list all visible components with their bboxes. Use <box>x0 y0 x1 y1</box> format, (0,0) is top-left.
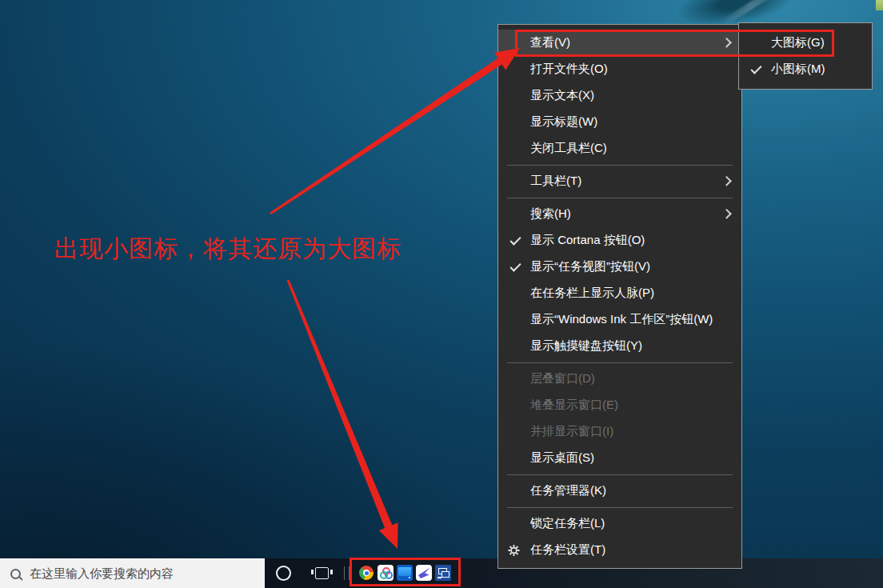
context-menu-item-label: 显示“任务视图”按钮(V) <box>530 259 650 274</box>
context-menu-item-label: 显示桌面(S) <box>530 450 594 466</box>
view-submenu-item-label: 小图标(M) <box>771 62 825 77</box>
context-menu-item-label: 锁定任务栏(L) <box>530 516 605 531</box>
context-menu-item-label: 堆叠显示窗口(E) <box>530 398 618 413</box>
context-menu-item-stacked-windows: 堆叠显示窗口(E) <box>498 392 741 418</box>
toolbar-grip[interactable] <box>344 566 350 580</box>
context-menu-item-label: 任务栏设置(T) <box>530 542 605 558</box>
check-icon <box>750 62 761 74</box>
search-placeholder: 在这里输入你要搜索的内容 <box>30 566 174 582</box>
context-menu-item-label: 并排显示窗口(I) <box>530 424 613 439</box>
context-menu-item-show-task-view-button[interactable]: 显示“任务视图”按钮(V) <box>498 254 741 280</box>
menu-separator <box>507 507 733 508</box>
highlight-box-tray-icons <box>350 558 461 586</box>
context-menu-item-label: 在任务栏上显示人脉(P) <box>530 286 654 301</box>
task-view-icon[interactable] <box>315 567 329 579</box>
taskbar-context-menu: 查看(V)打开文件夹(O)显示文本(X)显示标题(W)关闭工具栏(C)工具栏(T… <box>497 24 742 569</box>
context-menu-item-lock-taskbar[interactable]: 锁定任务栏(L) <box>498 510 741 537</box>
annotation-note: 出现小图标，将其还原为大图标 <box>54 233 402 266</box>
cortana-icon[interactable] <box>276 566 291 581</box>
context-menu-item-label: 显示标题(W) <box>530 114 597 130</box>
view-submenu-item-small-icons[interactable]: 小图标(M) <box>739 56 872 82</box>
wallpaper-corner-highlight <box>876 0 883 10</box>
context-menu-item-open-folder[interactable]: 打开文件夹(O) <box>498 56 741 82</box>
context-menu-item-show-windows-ink[interactable]: 显示“Windows Ink 工作区”按钮(W) <box>498 306 741 333</box>
context-menu-item-show-cortana-button[interactable]: 显示 Cortana 按钮(O) <box>498 227 741 254</box>
submenu-arrow-icon <box>721 208 732 218</box>
menu-separator <box>507 198 733 198</box>
context-menu-item-label: 工具栏(T) <box>530 174 581 189</box>
context-menu-item-label: 任务管理器(K) <box>530 483 606 498</box>
context-menu-item-side-by-side-windows: 并排显示窗口(I) <box>498 418 741 445</box>
context-menu-item-label: 显示触摸键盘按钮(Y) <box>530 338 642 354</box>
highlight-box-view-menu <box>515 30 834 57</box>
search-icon <box>10 569 21 579</box>
context-menu-item-show-text[interactable]: 显示文本(X) <box>498 82 741 109</box>
context-menu-item-label: 显示文本(X) <box>530 88 594 103</box>
check-icon <box>509 260 521 271</box>
context-menu-item-label: 显示“Windows Ink 工作区”按钮(W) <box>530 312 713 327</box>
context-menu-item-taskbar-settings[interactable]: 任务栏设置(T) <box>498 537 741 563</box>
submenu-arrow-icon <box>721 175 732 186</box>
check-icon <box>509 234 521 245</box>
menu-separator <box>507 362 733 363</box>
menu-separator <box>507 474 733 475</box>
menu-separator <box>507 165 733 166</box>
context-menu-item-toolbars[interactable]: 工具栏(T) <box>498 168 741 194</box>
context-menu-item-label: 搜索(H) <box>530 206 571 222</box>
search-input[interactable]: 在这里输入你要搜索的内容 <box>0 558 265 588</box>
context-menu-item-show-touch-keyboard[interactable]: 显示触摸键盘按钮(Y) <box>498 333 741 359</box>
context-menu-item-show-people[interactable]: 在任务栏上显示人脉(P) <box>498 280 741 306</box>
context-menu-item-label: 层叠窗口(D) <box>530 371 595 386</box>
context-menu-item-close-toolbar[interactable]: 关闭工具栏(C) <box>498 135 741 162</box>
context-menu-item-show-title[interactable]: 显示标题(W) <box>498 109 741 135</box>
desktop: 在这里输入你要搜索的内容 <box>0 0 883 588</box>
gear-icon <box>508 544 520 556</box>
context-menu-item-task-manager[interactable]: 任务管理器(K) <box>498 478 741 504</box>
context-menu-item-label: 打开文件夹(O) <box>530 62 608 77</box>
context-menu-item-show-desktop[interactable]: 显示桌面(S) <box>498 445 741 471</box>
context-menu-item-label: 显示 Cortana 按钮(O) <box>530 233 645 248</box>
context-menu-item-cascade-windows: 层叠窗口(D) <box>498 366 741 392</box>
context-menu-item-search[interactable]: 搜索(H) <box>498 201 741 227</box>
context-menu-item-label: 关闭工具栏(C) <box>530 141 607 156</box>
